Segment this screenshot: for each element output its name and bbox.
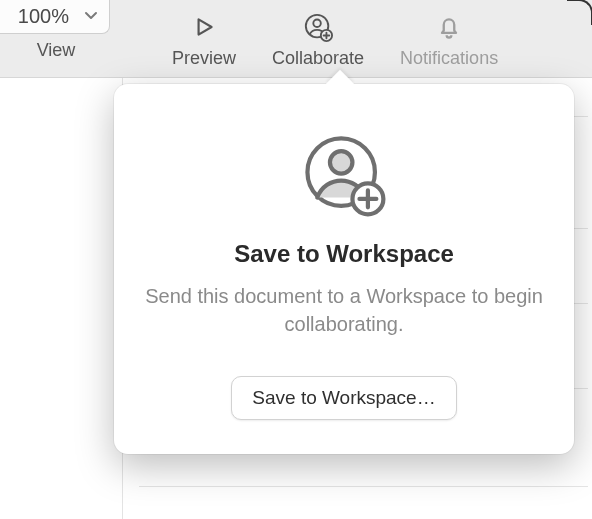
popover-description: Send this document to a Workspace to beg… (144, 282, 544, 338)
popover-title: Save to Workspace (144, 240, 544, 268)
preview-button[interactable]: Preview (154, 0, 254, 77)
collaborate-button[interactable]: Collaborate (254, 0, 382, 77)
svg-point-4 (330, 151, 353, 174)
person-plus-icon (303, 12, 333, 42)
view-label: View (37, 40, 76, 61)
person-plus-large-icon (299, 130, 389, 220)
zoom-value: 100% (0, 5, 73, 28)
notifications-label: Notifications (400, 48, 498, 69)
preview-label: Preview (172, 48, 236, 69)
chevron-down-icon (83, 5, 99, 28)
play-icon (191, 12, 217, 42)
bell-icon (435, 12, 463, 42)
notifications-button[interactable]: Notifications (382, 0, 516, 77)
collaborate-popover: Save to Workspace Send this document to … (114, 84, 574, 454)
zoom-dropdown[interactable]: 100% (0, 0, 110, 34)
collaborate-label: Collaborate (272, 48, 364, 69)
svg-point-1 (313, 20, 321, 28)
view-group: 100% View (0, 0, 120, 77)
toolbar: 100% View Preview Collaborate No (0, 0, 592, 78)
save-to-workspace-button[interactable]: Save to Workspace… (231, 376, 456, 420)
